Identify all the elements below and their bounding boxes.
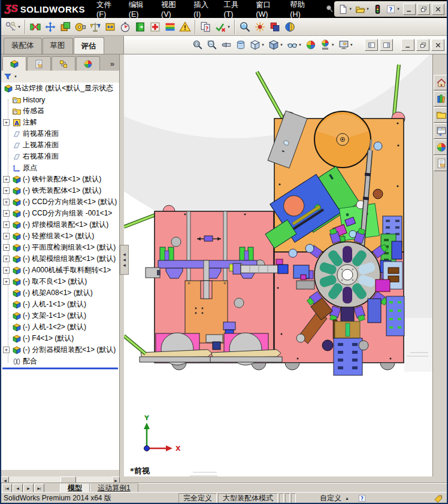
tree-item[interactable]: +(-) CCD分方向组装<1> (默认)	[1, 196, 119, 208]
tab-nav-button[interactable]: ▶|	[34, 484, 44, 493]
tree-item[interactable]: History	[1, 94, 119, 105]
new-document-button[interactable]: ▼	[337, 3, 353, 16]
tree-item[interactable]: +(-) CCD分方向组装 -001<1>	[1, 208, 119, 219]
expand-toggle[interactable]: +	[3, 267, 10, 274]
expand-toggle[interactable]: +	[3, 210, 10, 217]
tree-item[interactable]: (-) 人机-1<1> (默认)	[1, 299, 119, 310]
tree-item[interactable]: +(-) 平面度检测组装<1> (默认)	[1, 242, 119, 253]
expand-toggle[interactable]: +	[3, 244, 10, 251]
tab-0[interactable]: 装配体	[4, 38, 42, 54]
tab-nav-button[interactable]: ▶	[23, 484, 34, 493]
custom-properties-button[interactable]	[434, 156, 448, 171]
tree-item[interactable]: +(-) 分割器模组装配<1> (默认)	[1, 344, 119, 356]
filter-dropdown-arrow[interactable]: ▼	[14, 75, 17, 78]
pane-left-button[interactable]	[365, 39, 378, 51]
feature-tree-tab[interactable]	[2, 56, 26, 71]
doc-restore-button[interactable]	[416, 39, 429, 51]
assembly-xpert-button[interactable]	[58, 19, 72, 35]
mass-properties-button[interactable]	[88, 19, 102, 35]
symmetry-check-button[interactable]	[253, 19, 267, 35]
tree-item[interactable]: +(-) 焊接模组装配<1> (默认)	[1, 219, 119, 230]
tab-1[interactable]: 草图	[43, 38, 73, 54]
expand-toggle[interactable]: +	[3, 278, 10, 285]
design-library-button[interactable]	[434, 91, 448, 107]
section-properties-button[interactable]	[103, 19, 117, 35]
tab-nav-button[interactable]: |◀	[2, 484, 12, 493]
view-settings-button[interactable]: ▼	[337, 38, 355, 51]
measure-button[interactable]	[73, 19, 87, 35]
assembly-visualization-button[interactable]	[133, 19, 147, 35]
performance-evaluation-button[interactable]	[118, 19, 132, 35]
open-document-button[interactable]: ▼	[354, 3, 371, 16]
expand-toggle[interactable]: +	[3, 176, 10, 183]
file-explorer-button[interactable]	[434, 107, 448, 123]
property-manager-tab[interactable]	[27, 56, 51, 71]
window-close-button[interactable]	[432, 4, 444, 15]
tree-item[interactable]: 原点	[1, 162, 119, 174]
keys-button[interactable]: ▼	[4, 19, 22, 35]
hole-alignment-button[interactable]	[43, 19, 57, 35]
search-pin-icon[interactable]	[325, 4, 334, 14]
expand-toggle[interactable]: +	[3, 187, 10, 194]
tree-item[interactable]: +注解	[1, 117, 119, 128]
doc-tab-0[interactable]: 模型	[60, 484, 90, 493]
tree-item[interactable]: 配合	[1, 356, 119, 367]
filter-funnel-icon[interactable]	[4, 72, 12, 81]
traffic-light-button[interactable]	[371, 3, 384, 16]
tree-item[interactable]: (-) F4<1> (默认)	[1, 333, 119, 344]
tree-item[interactable]: 马达焊接 (默认<默认_显示状态	[1, 83, 119, 94]
status-custom[interactable]: 自定义 ▲	[320, 493, 349, 503]
expand-toggle[interactable]: +	[3, 221, 10, 228]
previous-view-button[interactable]	[220, 38, 233, 51]
expand-toggle[interactable]: +	[3, 233, 10, 239]
tree-item[interactable]: (-) 机架A08<1> (默认)	[1, 287, 119, 299]
doc-close-button[interactable]	[431, 39, 444, 51]
tree-item[interactable]: 传感器	[1, 105, 119, 117]
assembly-graphics[interactable]: Y X *前视	[124, 54, 432, 476]
section-view-button[interactable]	[234, 38, 247, 51]
display-style-button[interactable]: ▼	[267, 38, 284, 51]
status-assembly-mode[interactable]: 大型装配体模式	[218, 493, 278, 503]
pane-right-button[interactable]	[380, 39, 393, 51]
home-button[interactable]	[434, 75, 448, 90]
solidworks-rx-button[interactable]	[148, 19, 162, 35]
tree-item[interactable]: +(-) 取不良<1> (默认)	[1, 276, 119, 287]
window-minimize-button[interactable]	[403, 4, 416, 15]
view-palette-button[interactable]	[434, 123, 448, 139]
motion-overlap-button[interactable]	[268, 19, 282, 35]
tree-item[interactable]: 前视基准面	[1, 128, 119, 139]
panel-expand-button[interactable]: »	[107, 59, 118, 71]
magnified-view-button[interactable]	[238, 19, 252, 35]
design-check-warning-button[interactable]	[178, 19, 192, 35]
tree-item[interactable]: (-) 人机-1<2> (默认)	[1, 321, 119, 333]
tree-item[interactable]: (-) 支架-1<1> (默认)	[1, 310, 119, 321]
configuration-manager-tab[interactable]	[52, 56, 75, 71]
doc-tab-1[interactable]: 运动算例1	[90, 484, 138, 493]
display-manager-tab[interactable]	[76, 56, 100, 71]
check-active-document-button[interactable]: ▼	[213, 19, 232, 35]
interference-detection-button[interactable]	[28, 19, 43, 35]
tree-item[interactable]: +(-) 铁壳装配体<1> (默认)	[1, 185, 119, 196]
window-restore-button[interactable]	[417, 4, 430, 15]
tree-item[interactable]: +(-) A000机械手取料翻转<1>	[1, 265, 119, 276]
expand-toggle[interactable]: +	[3, 199, 10, 205]
tag-icon[interactable]	[434, 494, 443, 503]
status-help-button[interactable]	[358, 494, 367, 503]
tree-item[interactable]: +(-) 轻擦组装<1> (默认)	[1, 230, 119, 242]
rollback-bar[interactable]	[2, 368, 118, 369]
zoom-fit-button[interactable]	[191, 38, 204, 51]
expand-toggle[interactable]: +	[3, 347, 10, 353]
zoom-area-button[interactable]	[205, 38, 219, 51]
hide-show-items-button[interactable]: ▼	[286, 38, 303, 51]
appearances-button[interactable]	[434, 139, 448, 155]
expand-toggle[interactable]: +	[3, 256, 10, 262]
doc-minimize-button[interactable]	[401, 39, 414, 51]
feeder-disc[interactable]	[314, 111, 371, 168]
tab-2[interactable]: 评估	[74, 37, 104, 54]
expand-toggle[interactable]: +	[3, 119, 10, 126]
curvature-button[interactable]	[163, 19, 177, 35]
graphics-viewport[interactable]: Y X *前视	[124, 54, 432, 476]
tree-item[interactable]: +(-) 机架模组组装配<1> (默认)	[1, 253, 119, 265]
help-button[interactable]: ▼	[385, 3, 401, 16]
tree-item[interactable]: 右视基准面	[1, 151, 119, 162]
